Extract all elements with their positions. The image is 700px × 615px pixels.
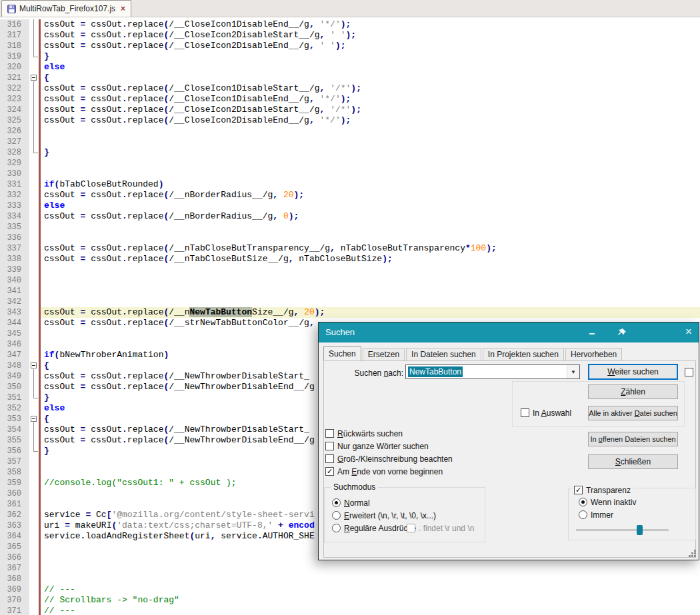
find-next-button[interactable]: Weiter suchen	[588, 364, 678, 380]
line-number[interactable]: 362	[0, 510, 29, 520]
line-number[interactable]: 358	[0, 467, 29, 478]
line-number[interactable]: 368	[0, 574, 29, 584]
checkbox-icon[interactable]: ✓	[325, 467, 334, 476]
line-number[interactable]: 321	[0, 73, 29, 83]
find-option-1[interactable]: Nur ganze Wörter suchen	[325, 440, 453, 452]
line-number[interactable]: 332	[0, 190, 29, 201]
resize-grip-icon[interactable]	[694, 555, 696, 557]
code-line[interactable]: 367	[0, 563, 700, 574]
line-number[interactable]: 329	[0, 158, 29, 169]
count-button[interactable]: Zählen	[588, 384, 678, 399]
code-line[interactable]: 319}	[0, 51, 700, 62]
line-number[interactable]: 364	[0, 531, 29, 542]
close-button[interactable]: Schließen	[588, 454, 678, 469]
line-number[interactable]: 350	[0, 382, 29, 392]
line-number[interactable]: 346	[0, 339, 29, 350]
slider-track[interactable]	[576, 529, 669, 531]
line-number[interactable]: 347	[0, 350, 29, 360]
dialog-tab-1[interactable]: Ersetzen	[363, 348, 405, 360]
code-line[interactable]: 333else	[0, 201, 700, 211]
code-line[interactable]: 338cssOut = cssOut.replace(/__nTabCloseB…	[0, 254, 700, 265]
line-number[interactable]: 349	[0, 371, 29, 382]
radio-icon[interactable]	[332, 524, 341, 532]
line-number[interactable]: 348	[0, 360, 29, 371]
line-number[interactable]: 361	[0, 499, 29, 510]
line-number[interactable]: 351	[0, 392, 29, 403]
checkbox-icon[interactable]	[325, 429, 334, 438]
line-number[interactable]: 331	[0, 179, 29, 190]
code-line[interactable]: 332cssOut = cssOut.replace(/__nBorderRad…	[0, 190, 700, 201]
code-line[interactable]: 368	[0, 574, 700, 584]
find-all-open-files-button[interactable]: In offenen Dateien suchen	[588, 432, 678, 446]
line-number[interactable]: 344	[0, 318, 29, 328]
code-line[interactable]: 325cssOut = cssOut.replace(/__CloseIcon2…	[0, 115, 700, 126]
line-number[interactable]: 322	[0, 83, 29, 94]
line-number[interactable]: 335	[0, 222, 29, 233]
line-number[interactable]: 326	[0, 126, 29, 137]
fold-margin[interactable]	[29, 360, 39, 371]
line-number[interactable]: 341	[0, 286, 29, 297]
code-line[interactable]: 340	[0, 275, 700, 286]
line-number[interactable]: 317	[0, 30, 29, 41]
line-number[interactable]: 323	[0, 94, 29, 105]
code-line[interactable]: 334cssOut = cssOut.replace(/__nBorderRad…	[0, 211, 700, 222]
code-line[interactable]: 331if(bTabCloseButRounded)	[0, 179, 700, 190]
radio-icon[interactable]	[579, 510, 587, 519]
code-line[interactable]: 324cssOut = cssOut.replace(/__CloseIcon2…	[0, 105, 700, 115]
checkbox-icon[interactable]	[521, 408, 529, 417]
line-number[interactable]: 324	[0, 105, 29, 115]
search-mode-radio-1[interactable]: Erweitert (\n, \r, \t, \0, \x...)	[332, 509, 436, 522]
line-number[interactable]: 336	[0, 233, 29, 243]
code-line[interactable]: 370// Scrollbars -> "no-drag"	[0, 595, 700, 606]
transparency-slider[interactable]	[576, 525, 669, 535]
line-number[interactable]: 355	[0, 435, 29, 446]
line-number[interactable]: 327	[0, 137, 29, 147]
radio-icon[interactable]	[332, 498, 341, 507]
line-number[interactable]: 367	[0, 563, 29, 574]
in-selection-checkbox[interactable]: In Auswahl	[521, 406, 571, 419]
code-line[interactable]: 339	[0, 265, 700, 275]
transparency-radio-0[interactable]: Wenn inaktiv	[579, 496, 636, 508]
code-line[interactable]: 329	[0, 158, 700, 169]
tab-close-icon[interactable]: ×	[121, 5, 125, 13]
code-line[interactable]: 322cssOut = cssOut.replace(/__CloseIcon1…	[0, 83, 700, 94]
line-number[interactable]: 357	[0, 456, 29, 467]
search-combobox[interactable]: NewTabButton ▼	[405, 364, 580, 379]
code-line[interactable]: 318cssOut = cssOut.replace(/__CloseIcon2…	[0, 41, 700, 51]
code-line[interactable]: 317cssOut = cssOut.replace(/__CloseIcon2…	[0, 30, 700, 41]
code-line[interactable]: 320else	[0, 62, 700, 73]
code-line[interactable]: 327	[0, 137, 700, 147]
line-number[interactable]: 352	[0, 403, 29, 414]
code-line[interactable]: 335	[0, 222, 700, 233]
line-number[interactable]: 365	[0, 542, 29, 552]
line-number[interactable]: 339	[0, 265, 29, 275]
line-number[interactable]: 360	[0, 488, 29, 499]
code-line[interactable]: 321{	[0, 73, 700, 83]
transparency-radio-1[interactable]: Immer	[579, 508, 636, 521]
code-line[interactable]: 316cssOut = cssOut.replace(/__CloseIcon1…	[0, 19, 700, 30]
line-number[interactable]: 366	[0, 552, 29, 563]
search-mode-radio-0[interactable]: Normal	[332, 496, 436, 509]
dialog-titlebar[interactable]: Suchen ×	[319, 322, 699, 342]
line-number[interactable]: 371	[0, 606, 29, 615]
radio-icon[interactable]	[332, 511, 341, 520]
misc-checkbox[interactable]	[685, 368, 693, 376]
code-line[interactable]: 369// ---	[0, 584, 700, 595]
line-number[interactable]: 325	[0, 115, 29, 126]
find-all-current-file-button[interactable]: Alle in aktiver Datei suchen	[588, 406, 678, 420]
code-line[interactable]: 337cssOut = cssOut.replace(/__nTabCloseB…	[0, 243, 700, 254]
checkbox-icon[interactable]	[325, 454, 334, 463]
fold-margin[interactable]	[29, 73, 39, 83]
dialog-tab-3[interactable]: In Projekten suchen	[483, 348, 564, 360]
line-number[interactable]: 353	[0, 414, 29, 424]
fold-margin[interactable]	[29, 414, 39, 424]
dialog-tab-0[interactable]: Suchen	[323, 346, 361, 361]
line-number[interactable]: 316	[0, 19, 29, 30]
dialog-tab-4[interactable]: Hervorheben	[565, 348, 622, 360]
line-number[interactable]: 342	[0, 297, 29, 307]
line-number[interactable]: 369	[0, 584, 29, 595]
transparency-checkbox[interactable]: ✓ Transparenz	[572, 484, 633, 496]
fold-collapse-icon[interactable]	[31, 416, 37, 422]
line-number[interactable]: 337	[0, 243, 29, 254]
line-number[interactable]: 354	[0, 424, 29, 435]
